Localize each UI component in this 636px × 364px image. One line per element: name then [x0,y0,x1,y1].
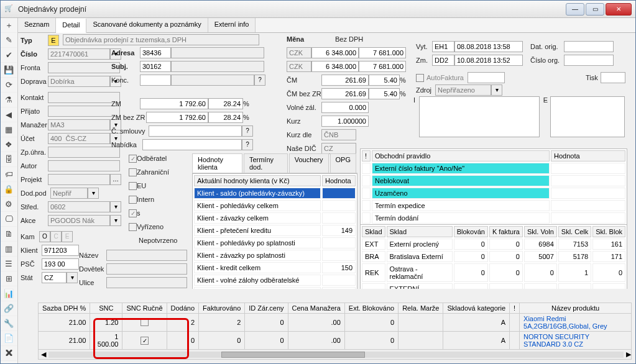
stock-cell[interactable]: 0 [489,251,523,262]
tool-filter-icon[interactable]: ⚗ [1,93,17,107]
stock-cell[interactable]: 0 [454,251,488,262]
e-textarea[interactable] [550,96,625,137]
stat-dd[interactable]: ▾ [67,272,78,283]
stock-cell[interactable]: 0 [524,283,557,289]
tool-grid-icon[interactable]: ▦ [1,122,17,137]
zm-field[interactable] [140,98,208,109]
rule-key[interactable]: Neblokovat [372,175,550,186]
cisloorg-field[interactable] [564,55,614,66]
tool-db-icon[interactable]: 🗄 [1,152,17,167]
cv-key[interactable]: Klient - saldo (pohledávky-závazky) [194,188,321,199]
cv-key[interactable]: Klient - volné zálohy odběratelské [194,275,321,286]
hscroll-right-icon[interactable]: ▶ [626,350,631,358]
dodpod-dd[interactable]: ▾ [88,188,99,199]
cv-key[interactable]: Klient - volné zálohy dodavatelské [194,287,321,289]
cv-key[interactable]: Klient - závazky celkem [194,212,321,224]
c-sncr[interactable] [122,314,167,332]
kam-e[interactable]: E [62,231,73,242]
cm-pct[interactable] [369,75,400,86]
cmbz-a[interactable] [321,88,369,99]
tool-funnel-icon[interactable]: ❖ [1,137,17,152]
konc-field[interactable] [140,75,171,86]
stock-cell[interactable]: 7153 [558,239,591,250]
kam-o[interactable]: O [39,231,50,242]
rule-key[interactable]: Termín dodání [372,212,550,224]
tool-save-icon[interactable]: 💾 [1,63,17,78]
tool-refresh-icon[interactable]: ⟳ [1,78,17,93]
konc-help[interactable]: ? [254,75,265,86]
zmbezzr-pct[interactable] [208,112,243,123]
psc-field[interactable] [42,258,79,270]
hscroll-left-icon[interactable]: ◀ [41,350,46,358]
stock-cell[interactable]: 0 [592,283,625,289]
tool-wrench-icon[interactable]: 🔧 [1,316,17,331]
stred-dd[interactable]: ▾ [110,201,121,212]
stock-cell[interactable]: 0 [489,283,523,289]
zdroj-dd[interactable]: ▾ [491,84,502,96]
csml-help[interactable]: ? [242,125,253,137]
czk1-a[interactable] [311,47,359,58]
zm-date[interactable] [454,55,523,66]
kurz-field[interactable] [321,116,369,127]
cv-key[interactable]: Klient - pohledávky po splatnosti [194,237,321,248]
zm-code[interactable] [432,55,454,66]
tool-check-icon[interactable]: ✔ [1,48,17,63]
subtab-opg[interactable]: OPG [330,153,356,173]
maximize-button[interactable]: ▭ [586,3,604,16]
c-product[interactable]: Xiaomi Redmi 5A,2GB/16GB,Global, Grey [520,314,632,332]
i-textarea[interactable] [419,96,540,137]
subj-field[interactable] [140,61,171,72]
tool-barcode-icon[interactable]: ▥ [1,242,17,257]
stock-grid[interactable]: SkladSkladBlokovánK fakturaSkl. VolnSkl.… [360,224,627,289]
stock-cell[interactable]: 0 [454,283,488,289]
akce-dd[interactable]: ▾ [110,215,121,226]
rule-key[interactable]: Externí číslo faktury "Ano/Ne" [372,163,550,174]
stock-cell[interactable]: Bratislava Externí [387,251,453,262]
rule-key[interactable]: Uzamčeno [372,188,550,199]
adresa-field[interactable] [140,47,171,58]
czk1-b[interactable] [359,47,406,58]
c-sncr[interactable]: ✓ [122,332,167,350]
klient-field[interactable] [42,245,79,256]
stock-cell[interactable]: 171 [592,251,625,262]
c-product[interactable]: NORTON SECURITY STANDARD 3.0 CZ [520,332,632,350]
stock-cell[interactable]: REK [362,263,385,282]
client-values-grid[interactable]: Aktuální hodnoty klienta (v Kč)Hodnota K… [192,173,357,289]
tool-tag-icon[interactable]: 🏷 [1,167,17,182]
stock-cell[interactable]: 0 [454,263,488,282]
hscroll-thumb[interactable] [221,352,365,358]
stock-cell[interactable]: 1 [558,263,591,282]
stock-cell[interactable]: Ostrava - reklamační [387,263,453,282]
tab-seznam[interactable]: Seznam [18,18,56,32]
close-button[interactable]: ✕ [606,3,632,16]
nabidka-field[interactable] [142,139,242,150]
stat-field[interactable] [42,272,67,283]
cv-key[interactable]: Klient - přetečení kreditu [194,225,321,236]
tab-detail[interactable]: Detail [56,19,86,33]
cv-key[interactable]: Klient - pohledávky celkem [194,200,321,211]
tool-monitor-icon[interactable]: 🖵 [1,212,17,227]
cv-key[interactable]: Klient - kredit celkem [194,262,321,273]
stock-cell[interactable]: 161 [592,239,625,250]
minimize-button[interactable]: — [566,3,584,16]
zm-pct[interactable] [208,98,243,109]
stock-cell[interactable]: 5007 [524,251,557,262]
zmbezzr-field[interactable] [146,112,208,123]
subtab-vouchery[interactable]: Vouchery [289,153,329,173]
tool-close-icon[interactable]: 🗙 [1,346,17,361]
subtab-terminy[interactable]: Termíny dod. [244,153,288,173]
autofaktura-field[interactable] [468,72,505,83]
stock-cell[interactable]: 0 [489,263,523,282]
stock-cell[interactable]: EXTERNÍ - VIRTUÁLNÍ [387,283,453,289]
vyt-code[interactable] [432,41,454,52]
tool-link-icon[interactable]: 🔗 [1,301,17,316]
nabidka-help[interactable]: ? [242,139,253,150]
stock-cell[interactable]: 0 [454,239,488,250]
typ-field[interactable] [48,35,59,46]
tool-lock-icon[interactable]: 🔒 [1,182,17,197]
tisk-field[interactable] [601,72,625,83]
stock-cell[interactable]: EXX [362,283,385,289]
tool-new-icon[interactable]: ＋ [1,18,17,33]
stock-cell[interactable]: 0 [524,263,557,282]
cv-key[interactable]: Klient - závazky po splatnosti [194,250,321,261]
